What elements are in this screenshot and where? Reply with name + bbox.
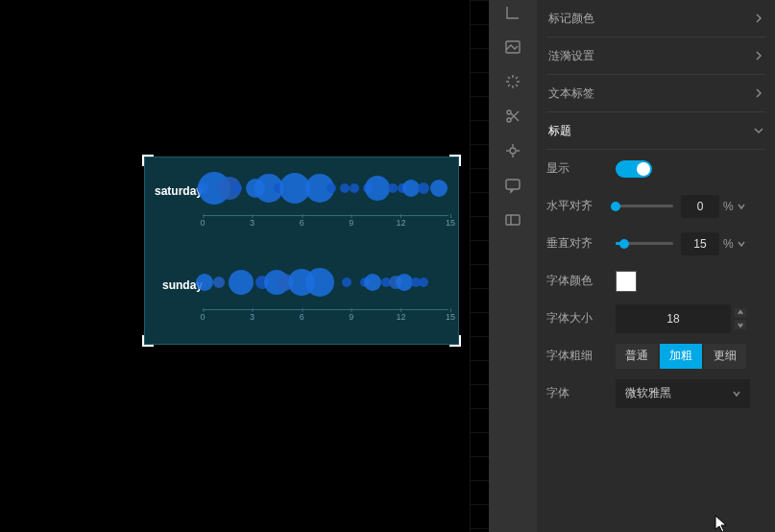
data-point [327, 183, 336, 193]
section-title[interactable]: 标题 [546, 112, 765, 150]
chevron-down-icon[interactable] [738, 240, 745, 248]
step-up[interactable] [735, 308, 746, 318]
properties-panel: 标记颜色 涟漪设置 文本标签 标题 显示 水平对齐 % [537, 0, 775, 532]
data-point [430, 180, 448, 197]
axis-icon[interactable] [504, 4, 521, 21]
data-point [365, 176, 390, 201]
chevron-down-icon [733, 390, 740, 398]
step-down[interactable] [735, 320, 746, 329]
section-label: 标记颜色 [548, 11, 594, 27]
data-point [229, 270, 254, 295]
chevron-down-icon[interactable] [738, 203, 745, 210]
row-axis: 03691215 [203, 215, 448, 234]
axis-tick: 6 [300, 218, 304, 228]
chevron-down-icon [754, 126, 763, 135]
axis-tick: 12 [396, 312, 405, 322]
h-align-input[interactable] [681, 195, 719, 218]
prop-font-weight: 字体粗细 普通 加粗 更细 [546, 337, 765, 375]
layout-icon[interactable] [504, 211, 521, 229]
section-label: 文本标签 [548, 85, 594, 102]
prop-label: 字体颜色 [546, 273, 616, 289]
row-plot [203, 261, 448, 303]
data-point [402, 180, 420, 197]
canvas-area[interactable]: saturday03691215sunday03691215 [0, 0, 489, 532]
svg-point-3 [510, 148, 516, 154]
prop-label: 字体 [546, 385, 616, 401]
axis-tick: 6 [300, 312, 304, 322]
weight-normal-button[interactable]: 普通 [616, 344, 658, 369]
row-axis: 03691215 [203, 309, 448, 328]
axis-tick: 3 [250, 218, 254, 228]
font-family-select[interactable]: 微软雅黑 [616, 379, 750, 408]
prop-h-align: 水平对齐 % [546, 187, 765, 225]
v-align-slider[interactable] [616, 242, 673, 245]
axis-tick: 15 [446, 312, 455, 322]
axis-tick: 9 [349, 218, 353, 228]
row-label: sunday [149, 278, 203, 292]
chevron-right-icon [754, 88, 763, 98]
section-label: 涟漪设置 [548, 48, 594, 64]
chevron-right-icon [754, 51, 763, 60]
data-point [342, 278, 351, 287]
axis-tick: 0 [200, 312, 205, 322]
h-align-slider[interactable] [616, 205, 673, 207]
axis-tick: 3 [250, 312, 254, 322]
svg-point-1 [507, 110, 511, 114]
section-marker-color[interactable]: 标记颜色 [546, 0, 765, 37]
font-color-swatch[interactable] [616, 271, 637, 292]
prop-label: 垂直对齐 [546, 235, 616, 252]
prop-font-color: 字体颜色 [546, 262, 765, 300]
prop-label: 字体大小 [546, 310, 616, 326]
data-point [418, 182, 429, 194]
loading-icon[interactable] [504, 73, 521, 90]
display-toggle[interactable] [616, 160, 652, 178]
font-size-input[interactable] [616, 304, 731, 333]
target-icon[interactable] [504, 142, 521, 159]
section-label: 标题 [548, 123, 571, 139]
svg-rect-5 [506, 215, 520, 225]
data-point [213, 277, 225, 288]
chevron-right-icon [754, 13, 763, 23]
row-label: saturday [149, 184, 203, 198]
axis-tick: 15 [446, 218, 455, 228]
prop-font-size: 字体大小 [546, 300, 765, 337]
comment-icon[interactable] [504, 177, 521, 194]
chart-widget[interactable]: saturday03691215sunday03691215 [144, 157, 459, 345]
section-ripple[interactable]: 涟漪设置 [546, 37, 765, 75]
prop-display: 显示 [546, 150, 765, 187]
prop-v-align: 垂直对齐 % [546, 225, 765, 262]
unit-label: % [723, 237, 734, 251]
properties-sidebar: 标记颜色 涟漪设置 文本标签 标题 显示 水平对齐 % [489, 0, 775, 532]
data-point [305, 268, 334, 297]
axis-tick: 12 [396, 218, 405, 228]
data-point [232, 183, 242, 193]
axis-tick: 9 [349, 312, 353, 322]
weight-lighter-button[interactable]: 更细 [704, 344, 746, 369]
image-icon[interactable] [504, 38, 521, 56]
prop-font-family: 字体 微软雅黑 [546, 375, 765, 412]
data-point [340, 183, 350, 193]
svg-point-2 [507, 118, 511, 122]
data-point [350, 183, 359, 193]
unit-label: % [723, 200, 734, 213]
chart-row: sunday03691215 [145, 252, 458, 346]
v-align-input[interactable] [681, 232, 719, 255]
select-value: 微软雅黑 [625, 385, 671, 401]
data-point [388, 183, 398, 193]
data-point [419, 278, 428, 287]
prop-label: 水平对齐 [546, 198, 616, 214]
row-plot [203, 167, 448, 209]
data-point [196, 274, 213, 291]
data-point [364, 274, 381, 291]
svg-rect-4 [506, 180, 520, 189]
icon-rail [489, 0, 537, 532]
font-size-stepper[interactable] [735, 308, 746, 329]
weight-bold-button[interactable]: 加粗 [660, 344, 702, 369]
chart-row: saturday03691215 [145, 157, 458, 252]
prop-label: 字体粗细 [546, 348, 616, 364]
axis-tick: 0 [200, 218, 205, 228]
prop-label: 显示 [546, 160, 616, 177]
section-text-label[interactable]: 文本标签 [546, 75, 765, 112]
scissors-icon[interactable] [504, 108, 521, 125]
